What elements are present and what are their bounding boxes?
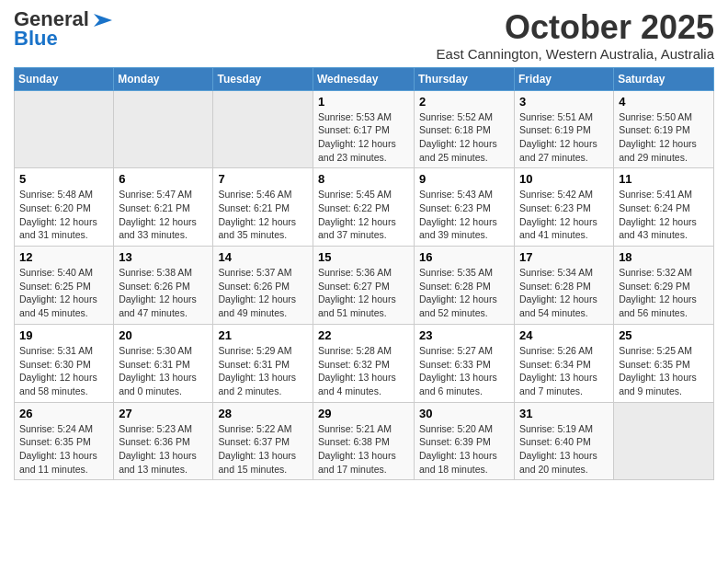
day-number: 26 <box>19 407 108 420</box>
day-info: Sunrise: 5:23 AM Sunset: 6:36 PM Dayligh… <box>119 422 208 477</box>
calendar-cell <box>213 90 313 168</box>
week-row-3: 12Sunrise: 5:40 AM Sunset: 6:25 PM Dayli… <box>15 247 714 325</box>
day-info: Sunrise: 5:26 AM Sunset: 6:34 PM Dayligh… <box>519 344 609 398</box>
calendar-cell: 16Sunrise: 5:35 AM Sunset: 6:28 PM Dayli… <box>415 247 515 325</box>
day-number: 7 <box>218 172 308 186</box>
day-number: 21 <box>218 328 308 342</box>
calendar-table: SundayMondayTuesdayWednesdayThursdayFrid… <box>14 67 714 481</box>
day-info: Sunrise: 5:48 AM Sunset: 6:20 PM Dayligh… <box>19 188 108 242</box>
day-number: 31 <box>519 407 609 420</box>
header-row: SundayMondayTuesdayWednesdayThursdayFrid… <box>15 67 714 90</box>
day-number: 30 <box>419 407 509 420</box>
day-info: Sunrise: 5:43 AM Sunset: 6:23 PM Dayligh… <box>419 188 509 242</box>
header-day-friday: Friday <box>515 67 614 90</box>
calendar-cell: 31Sunrise: 5:19 AM Sunset: 6:40 PM Dayli… <box>515 402 614 480</box>
logo: General Blue <box>14 9 116 49</box>
calendar-cell: 21Sunrise: 5:29 AM Sunset: 6:31 PM Dayli… <box>213 324 313 402</box>
day-number: 27 <box>119 407 208 420</box>
calendar-cell: 20Sunrise: 5:30 AM Sunset: 6:31 PM Dayli… <box>114 324 213 402</box>
page-header: General Blue October 2025 East Canningto… <box>14 9 714 62</box>
day-info: Sunrise: 5:52 AM Sunset: 6:18 PM Dayligh… <box>419 110 509 165</box>
day-number: 20 <box>119 328 208 342</box>
calendar-cell: 30Sunrise: 5:20 AM Sunset: 6:39 PM Dayli… <box>415 402 515 480</box>
day-number: 11 <box>619 172 709 186</box>
calendar-cell: 14Sunrise: 5:37 AM Sunset: 6:26 PM Dayli… <box>213 247 313 325</box>
title-area: October 2025 East Cannington, Western Au… <box>437 9 714 62</box>
calendar-cell: 25Sunrise: 5:25 AM Sunset: 6:35 PM Dayli… <box>614 324 714 402</box>
day-info: Sunrise: 5:51 AM Sunset: 6:19 PM Dayligh… <box>519 110 609 165</box>
logo-arrow-icon <box>90 10 116 30</box>
calendar-cell: 15Sunrise: 5:36 AM Sunset: 6:27 PM Dayli… <box>313 247 415 325</box>
day-number: 12 <box>19 250 108 264</box>
day-number: 9 <box>419 172 509 186</box>
calendar-cell: 5Sunrise: 5:48 AM Sunset: 6:20 PM Daylig… <box>15 168 114 247</box>
day-number: 16 <box>419 250 509 264</box>
day-info: Sunrise: 5:35 AM Sunset: 6:28 PM Dayligh… <box>419 266 509 320</box>
day-info: Sunrise: 5:27 AM Sunset: 6:33 PM Dayligh… <box>419 344 509 398</box>
day-info: Sunrise: 5:34 AM Sunset: 6:28 PM Dayligh… <box>519 266 609 320</box>
header-day-saturday: Saturday <box>614 67 714 90</box>
day-info: Sunrise: 5:50 AM Sunset: 6:19 PM Dayligh… <box>619 110 709 165</box>
calendar-cell: 6Sunrise: 5:47 AM Sunset: 6:21 PM Daylig… <box>114 168 213 247</box>
calendar-cell: 10Sunrise: 5:42 AM Sunset: 6:23 PM Dayli… <box>515 168 614 247</box>
calendar-cell: 7Sunrise: 5:46 AM Sunset: 6:21 PM Daylig… <box>213 168 313 247</box>
day-number: 28 <box>218 407 308 420</box>
calendar-cell: 29Sunrise: 5:21 AM Sunset: 6:38 PM Dayli… <box>313 402 415 480</box>
day-number: 23 <box>419 328 509 342</box>
day-info: Sunrise: 5:19 AM Sunset: 6:40 PM Dayligh… <box>519 422 609 477</box>
day-info: Sunrise: 5:37 AM Sunset: 6:26 PM Dayligh… <box>218 266 308 320</box>
day-info: Sunrise: 5:24 AM Sunset: 6:35 PM Dayligh… <box>19 422 108 477</box>
logo-blue-text: Blue <box>14 29 58 49</box>
calendar-cell: 8Sunrise: 5:45 AM Sunset: 6:22 PM Daylig… <box>313 168 415 247</box>
day-info: Sunrise: 5:25 AM Sunset: 6:35 PM Dayligh… <box>619 344 709 398</box>
day-info: Sunrise: 5:32 AM Sunset: 6:29 PM Dayligh… <box>619 266 709 320</box>
svg-marker-0 <box>94 14 112 27</box>
week-row-4: 19Sunrise: 5:31 AM Sunset: 6:30 PM Dayli… <box>15 324 714 402</box>
calendar-cell: 1Sunrise: 5:53 AM Sunset: 6:17 PM Daylig… <box>313 90 415 168</box>
calendar-header: SundayMondayTuesdayWednesdayThursdayFrid… <box>15 67 714 90</box>
header-day-monday: Monday <box>114 67 213 90</box>
day-info: Sunrise: 5:28 AM Sunset: 6:32 PM Dayligh… <box>318 344 409 398</box>
calendar-body: 1Sunrise: 5:53 AM Sunset: 6:17 PM Daylig… <box>15 90 714 480</box>
day-info: Sunrise: 5:45 AM Sunset: 6:22 PM Dayligh… <box>318 188 409 242</box>
day-number: 1 <box>318 95 409 109</box>
day-number: 24 <box>519 328 609 342</box>
calendar-cell: 11Sunrise: 5:41 AM Sunset: 6:24 PM Dayli… <box>614 168 714 247</box>
day-info: Sunrise: 5:29 AM Sunset: 6:31 PM Dayligh… <box>218 344 308 398</box>
calendar-cell: 27Sunrise: 5:23 AM Sunset: 6:36 PM Dayli… <box>114 402 213 480</box>
calendar-cell: 23Sunrise: 5:27 AM Sunset: 6:33 PM Dayli… <box>415 324 515 402</box>
calendar-cell: 17Sunrise: 5:34 AM Sunset: 6:28 PM Dayli… <box>515 247 614 325</box>
calendar-cell: 3Sunrise: 5:51 AM Sunset: 6:19 PM Daylig… <box>515 90 614 168</box>
calendar-cell: 4Sunrise: 5:50 AM Sunset: 6:19 PM Daylig… <box>614 90 714 168</box>
day-number: 8 <box>318 172 409 186</box>
calendar-cell: 19Sunrise: 5:31 AM Sunset: 6:30 PM Dayli… <box>15 324 114 402</box>
calendar-cell: 24Sunrise: 5:26 AM Sunset: 6:34 PM Dayli… <box>515 324 614 402</box>
calendar-cell <box>114 90 213 168</box>
header-day-tuesday: Tuesday <box>213 67 313 90</box>
day-info: Sunrise: 5:47 AM Sunset: 6:21 PM Dayligh… <box>119 188 208 242</box>
day-info: Sunrise: 5:22 AM Sunset: 6:37 PM Dayligh… <box>218 422 308 477</box>
day-info: Sunrise: 5:53 AM Sunset: 6:17 PM Dayligh… <box>318 110 409 165</box>
day-number: 4 <box>619 95 709 109</box>
calendar-subtitle: East Cannington, Western Australia, Aust… <box>437 46 714 62</box>
day-number: 10 <box>519 172 609 186</box>
header-day-thursday: Thursday <box>415 67 515 90</box>
week-row-2: 5Sunrise: 5:48 AM Sunset: 6:20 PM Daylig… <box>15 168 714 247</box>
day-info: Sunrise: 5:36 AM Sunset: 6:27 PM Dayligh… <box>318 266 409 320</box>
day-info: Sunrise: 5:42 AM Sunset: 6:23 PM Dayligh… <box>519 188 609 242</box>
day-number: 25 <box>619 328 709 342</box>
calendar-title: October 2025 <box>437 9 714 46</box>
header-day-wednesday: Wednesday <box>313 67 415 90</box>
day-number: 3 <box>519 95 609 109</box>
day-info: Sunrise: 5:20 AM Sunset: 6:39 PM Dayligh… <box>419 422 509 477</box>
calendar-cell: 2Sunrise: 5:52 AM Sunset: 6:18 PM Daylig… <box>415 90 515 168</box>
calendar-cell: 12Sunrise: 5:40 AM Sunset: 6:25 PM Dayli… <box>15 247 114 325</box>
day-number: 19 <box>19 328 108 342</box>
calendar-cell: 26Sunrise: 5:24 AM Sunset: 6:35 PM Dayli… <box>15 402 114 480</box>
day-number: 17 <box>519 250 609 264</box>
week-row-5: 26Sunrise: 5:24 AM Sunset: 6:35 PM Dayli… <box>15 402 714 480</box>
calendar-cell <box>614 402 714 480</box>
day-info: Sunrise: 5:46 AM Sunset: 6:21 PM Dayligh… <box>218 188 308 242</box>
calendar-cell: 22Sunrise: 5:28 AM Sunset: 6:32 PM Dayli… <box>313 324 415 402</box>
day-info: Sunrise: 5:31 AM Sunset: 6:30 PM Dayligh… <box>19 344 108 398</box>
